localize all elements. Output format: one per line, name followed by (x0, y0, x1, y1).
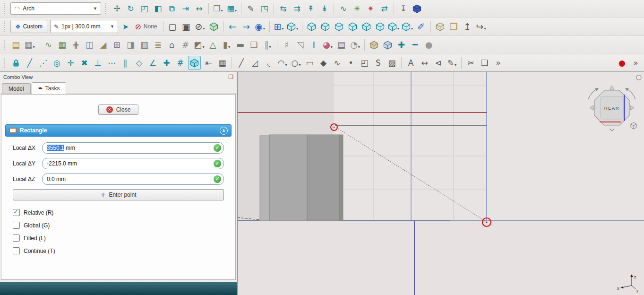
view-left-icon[interactable]: ▾ (388, 20, 400, 33)
nav-cube-face-label[interactable]: REAR (604, 105, 619, 111)
space-icon[interactable]: ⌂ (166, 38, 178, 52)
external-reference-icon[interactable]: ❏ (248, 38, 260, 52)
link-navigation-icon[interactable]: ▾ (287, 20, 299, 33)
nav-back-icon[interactable]: ← (227, 20, 239, 33)
rebar-icon[interactable]: ∿ (43, 38, 54, 52)
toolbar-drag-handle[interactable] (4, 21, 7, 32)
tab-tasks[interactable]: ✒ Tasks (32, 82, 67, 94)
nav-cube-menu-dot[interactable] (636, 75, 641, 80)
polygon-icon[interactable]: ◆ (318, 56, 329, 69)
join-icon[interactable]: ⇆ (277, 2, 289, 15)
add-point-icon[interactable]: ✳ (351, 2, 363, 15)
mesh-icon[interactable]: ▦ (56, 38, 68, 52)
grid-icon[interactable]: # (180, 38, 191, 52)
toolbar-overflow-icon[interactable]: » (492, 56, 504, 69)
axis-icon[interactable]: ⋕ (70, 38, 82, 52)
view-bottom-icon[interactable] (374, 20, 386, 33)
upgrade-icon[interactable]: ↟ (305, 2, 317, 15)
pipe-connector-icon[interactable]: ◔▾ (349, 38, 361, 52)
tab-model[interactable]: Model (2, 83, 31, 94)
arc-icon[interactable]: ◠▾ (276, 56, 288, 69)
downgrade-icon[interactable]: ↡ (318, 2, 330, 15)
wall-icon[interactable]: ▤ (10, 38, 22, 52)
snap-lock-icon[interactable] (10, 56, 22, 69)
rotate-icon[interactable]: ↻ (125, 2, 137, 15)
snap-extension-icon[interactable]: ⋯ (106, 56, 118, 69)
continue-checkbox[interactable] (13, 247, 20, 254)
stretch-icon[interactable]: ↔ (193, 2, 205, 15)
draw-style-icon[interactable]: ⊘▾ (194, 20, 206, 33)
facebinder-icon[interactable]: ◰ (359, 56, 370, 69)
view-top-icon[interactable] (333, 20, 345, 33)
filled-checkbox[interactable] (13, 234, 20, 242)
schedule-icon[interactable]: ▤ (335, 38, 347, 52)
point-icon[interactable]: • (345, 56, 357, 69)
cut-line-icon[interactable] (382, 38, 394, 52)
building-icon[interactable]: ▮▾ (221, 38, 232, 52)
draft-to-sketch-icon[interactable]: ⇄ (378, 2, 390, 15)
enter-point-button[interactable]: ✛ Enter point (13, 189, 224, 200)
section-plane-icon[interactable]: ◩▾ (193, 38, 205, 52)
dimension-icon[interactable]: ↔ (419, 56, 430, 69)
box-selection-icon[interactable]: ▢ (167, 20, 179, 33)
global-checkbox[interactable] (13, 222, 20, 229)
float-panel-icon[interactable]: ❐ (228, 74, 233, 80)
cut-icon[interactable]: ✂ (465, 56, 477, 69)
rectangle-task-header[interactable]: Rectangle ∧ (5, 124, 232, 137)
snap-center-icon[interactable]: ◎ (51, 56, 63, 69)
snap-working-plane-icon[interactable]: # (174, 56, 186, 69)
snap-endpoint-icon[interactable]: ╱ (24, 56, 35, 69)
scale-icon[interactable]: ◰ (138, 2, 150, 15)
view-axonometric-icon[interactable]: ▾ (402, 20, 413, 33)
3d-viewport[interactable]: REAR z x y (238, 72, 644, 295)
working-plane-toggle-icon[interactable] (188, 56, 201, 70)
close-task-button[interactable]: ✕ Close (98, 104, 139, 115)
measure-icon[interactable]: ✐ (415, 20, 427, 33)
toolbar-drag-handle[interactable] (105, 3, 108, 14)
equipment-icon[interactable]: ▥ (138, 38, 150, 52)
mini-cube-icon[interactable] (631, 122, 636, 129)
level-icon[interactable]: ▬ (234, 38, 246, 52)
panel-icon[interactable]: ◨ (125, 38, 137, 52)
toolbar-drag-handle[interactable] (4, 40, 7, 50)
toolbar-drag-handle[interactable] (4, 58, 7, 68)
move-icon[interactable]: ✢ (111, 2, 123, 15)
local-dz-input[interactable]: 0.0 mm✓ (42, 174, 224, 185)
autogroup-control[interactable]: ⊘ None (131, 22, 160, 31)
shape-2d-view-icon[interactable]: ↧ (397, 2, 409, 15)
profile-icon[interactable]: I (308, 38, 320, 52)
viewport-canvas[interactable]: REAR z x y (238, 72, 644, 295)
paste-icon[interactable]: ❏ (479, 56, 490, 69)
material-icon[interactable]: ◕▾ (322, 38, 334, 52)
export-icon[interactable]: ↥ (462, 20, 473, 33)
relative-checkbox[interactable] (13, 209, 20, 216)
style-custom-button[interactable]: ❖ Custom (10, 20, 47, 33)
label-icon[interactable]: ⊲ (432, 56, 444, 69)
snap-grid-icon[interactable]: ✚ (161, 56, 172, 69)
apply-style-icon[interactable]: ➤ (122, 22, 129, 31)
toolbar-overflow2-icon[interactable]: » (630, 56, 642, 69)
window-icon[interactable]: ⊞ (111, 38, 123, 52)
subelement-highlight-icon[interactable]: ◳ (258, 2, 270, 15)
snap-ortho-icon[interactable]: ✛ (65, 56, 77, 69)
stairs-icon[interactable]: ≣ (152, 38, 164, 52)
wire-to-bspline-icon[interactable]: ∿ (337, 2, 349, 15)
curtain-wall-icon[interactable]: ◫ (84, 38, 95, 52)
toolbar-drag-handle[interactable] (4, 3, 7, 14)
shapestring-icon[interactable]: S (372, 56, 384, 69)
orthoview-cube-icon[interactable] (411, 2, 423, 15)
cut-with-plane-icon[interactable] (368, 38, 380, 52)
polyline-icon[interactable]: ◿ (249, 56, 261, 69)
pipe-icon[interactable]: ∥▾ (262, 38, 274, 52)
trimex-icon[interactable]: ⇥ (180, 2, 191, 15)
remove-component-icon[interactable]: ━ (409, 38, 421, 52)
nav-forward-icon[interactable]: → (240, 20, 252, 33)
snap-perpendicular-icon[interactable]: ⊥ (92, 56, 104, 69)
view-front-icon[interactable] (319, 20, 331, 33)
rectangle-icon[interactable]: ▭ (304, 56, 316, 69)
split-icon[interactable]: ⇉ (291, 2, 303, 15)
snap-parallel-icon[interactable]: ∥ (120, 56, 131, 69)
offset-icon[interactable]: ⧉ (166, 2, 178, 15)
edit-icon[interactable]: ✎ (245, 2, 257, 15)
survey-icon[interactable]: ● (423, 38, 435, 52)
